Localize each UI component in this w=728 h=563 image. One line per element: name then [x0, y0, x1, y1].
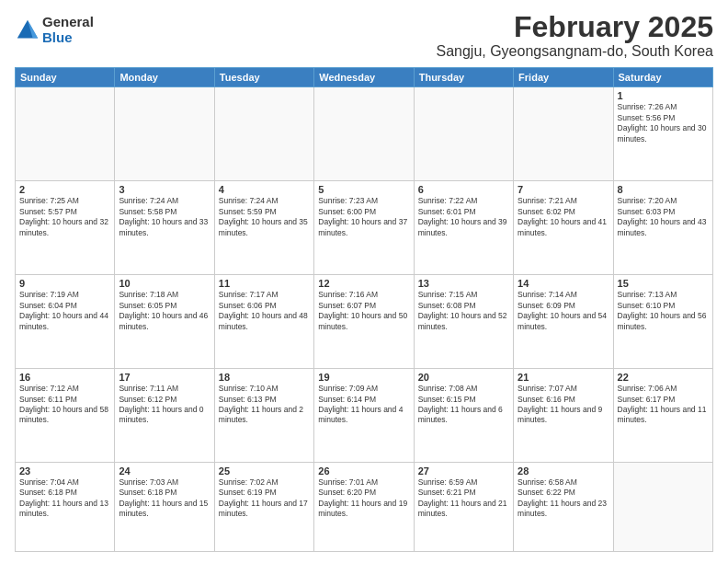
day-header-monday: Monday [115, 68, 214, 87]
day-info: Sunrise: 7:22 AM Sunset: 6:01 PM Dayligh… [418, 196, 509, 238]
day-cell [514, 87, 613, 181]
day-info: Sunrise: 7:13 AM Sunset: 6:10 PM Dayligh… [618, 290, 709, 332]
day-info: Sunrise: 6:59 AM Sunset: 6:21 PM Dayligh… [418, 477, 509, 520]
header: General Blue February 2025 Sangju, Gyeon… [15, 11, 713, 60]
day-info: Sunrise: 7:24 AM Sunset: 5:59 PM Dayligh… [219, 196, 310, 238]
day-number: 28 [518, 465, 609, 477]
day-number: 6 [418, 184, 509, 195]
calendar-header: SundayMondayTuesdayWednesdayThursdayFrid… [16, 68, 713, 87]
day-number: 8 [618, 184, 709, 195]
day-info: Sunrise: 7:26 AM Sunset: 5:56 PM Dayligh… [618, 102, 709, 144]
day-info: Sunrise: 7:16 AM Sunset: 6:07 PM Dayligh… [318, 290, 409, 332]
day-info: Sunrise: 7:09 AM Sunset: 6:14 PM Dayligh… [318, 384, 409, 426]
day-number: 27 [418, 465, 509, 477]
day-info: Sunrise: 7:17 AM Sunset: 6:06 PM Dayligh… [219, 290, 310, 332]
day-number: 24 [119, 465, 210, 477]
day-cell: 5Sunrise: 7:23 AM Sunset: 6:00 PM Daylig… [314, 181, 414, 275]
day-cell: 10Sunrise: 7:18 AM Sunset: 6:05 PM Dayli… [115, 275, 214, 369]
month-title: February 2025 [436, 11, 713, 43]
day-info: Sunrise: 7:03 AM Sunset: 6:18 PM Dayligh… [119, 477, 210, 520]
day-info: Sunrise: 7:10 AM Sunset: 6:13 PM Dayligh… [219, 384, 310, 426]
day-number: 7 [518, 184, 609, 195]
day-header-saturday: Saturday [613, 68, 712, 87]
day-cell: 17Sunrise: 7:11 AM Sunset: 6:12 PM Dayli… [115, 369, 214, 463]
day-info: Sunrise: 7:23 AM Sunset: 6:00 PM Dayligh… [318, 196, 409, 238]
day-cell [414, 87, 513, 181]
day-cell: 27Sunrise: 6:59 AM Sunset: 6:21 PM Dayli… [414, 463, 513, 552]
day-cell: 18Sunrise: 7:10 AM Sunset: 6:13 PM Dayli… [214, 369, 313, 463]
day-header-friday: Friday [514, 68, 613, 87]
day-number: 12 [318, 278, 409, 289]
day-info: Sunrise: 7:24 AM Sunset: 5:58 PM Dayligh… [119, 196, 210, 238]
day-header-sunday: Sunday [16, 68, 115, 87]
day-info: Sunrise: 6:58 AM Sunset: 6:22 PM Dayligh… [518, 477, 609, 520]
day-info: Sunrise: 7:08 AM Sunset: 6:15 PM Dayligh… [418, 384, 509, 426]
day-cell: 25Sunrise: 7:02 AM Sunset: 6:19 PM Dayli… [214, 463, 313, 552]
day-cell [314, 87, 414, 181]
day-number: 23 [19, 465, 110, 477]
day-cell: 4Sunrise: 7:24 AM Sunset: 5:59 PM Daylig… [214, 181, 313, 275]
day-info: Sunrise: 7:01 AM Sunset: 6:20 PM Dayligh… [318, 477, 409, 520]
location-title: Sangju, Gyeongsangnam-do, South Korea [436, 43, 713, 60]
day-number: 11 [219, 278, 310, 289]
day-cell [115, 87, 214, 181]
day-cell: 23Sunrise: 7:04 AM Sunset: 6:18 PM Dayli… [16, 463, 115, 552]
day-cell: 22Sunrise: 7:06 AM Sunset: 6:17 PM Dayli… [613, 369, 712, 463]
day-number: 1 [618, 90, 709, 101]
page: General Blue February 2025 Sangju, Gyeon… [0, 0, 728, 563]
day-number: 17 [119, 372, 210, 383]
logo: General Blue [15, 15, 94, 45]
day-header-tuesday: Tuesday [214, 68, 313, 87]
week-row-2: 2Sunrise: 7:25 AM Sunset: 5:57 PM Daylig… [16, 181, 713, 275]
day-cell [613, 463, 712, 552]
day-header-wednesday: Wednesday [314, 68, 414, 87]
day-number: 4 [219, 184, 310, 195]
day-cell: 20Sunrise: 7:08 AM Sunset: 6:15 PM Dayli… [414, 369, 513, 463]
day-info: Sunrise: 7:11 AM Sunset: 6:12 PM Dayligh… [119, 384, 210, 426]
logo-general: General [42, 15, 94, 30]
day-number: 22 [618, 372, 709, 383]
day-cell: 13Sunrise: 7:15 AM Sunset: 6:08 PM Dayli… [414, 275, 513, 369]
day-header-thursday: Thursday [414, 68, 513, 87]
week-row-5: 23Sunrise: 7:04 AM Sunset: 6:18 PM Dayli… [16, 463, 713, 552]
day-number: 5 [318, 184, 409, 195]
day-cell: 14Sunrise: 7:14 AM Sunset: 6:09 PM Dayli… [514, 275, 613, 369]
day-number: 21 [518, 372, 609, 383]
day-number: 20 [418, 372, 509, 383]
week-row-4: 16Sunrise: 7:12 AM Sunset: 6:11 PM Dayli… [16, 369, 713, 463]
day-cell: 26Sunrise: 7:01 AM Sunset: 6:20 PM Dayli… [314, 463, 414, 552]
logo-blue: Blue [42, 30, 94, 46]
day-cell: 6Sunrise: 7:22 AM Sunset: 6:01 PM Daylig… [414, 181, 513, 275]
day-cell: 19Sunrise: 7:09 AM Sunset: 6:14 PM Dayli… [314, 369, 414, 463]
day-cell: 8Sunrise: 7:20 AM Sunset: 6:03 PM Daylig… [613, 181, 712, 275]
day-number: 10 [119, 278, 210, 289]
day-number: 3 [119, 184, 210, 195]
day-cell: 11Sunrise: 7:17 AM Sunset: 6:06 PM Dayli… [214, 275, 313, 369]
calendar-body: 1Sunrise: 7:26 AM Sunset: 5:56 PM Daylig… [16, 87, 713, 552]
day-info: Sunrise: 7:04 AM Sunset: 6:18 PM Dayligh… [19, 477, 110, 520]
header-row: SundayMondayTuesdayWednesdayThursdayFrid… [16, 68, 713, 87]
day-info: Sunrise: 7:20 AM Sunset: 6:03 PM Dayligh… [618, 196, 709, 238]
day-cell: 9Sunrise: 7:19 AM Sunset: 6:04 PM Daylig… [16, 275, 115, 369]
day-cell: 12Sunrise: 7:16 AM Sunset: 6:07 PM Dayli… [314, 275, 414, 369]
day-number: 2 [19, 184, 110, 195]
logo-text: General Blue [42, 15, 94, 45]
day-number: 16 [19, 372, 110, 383]
day-info: Sunrise: 7:12 AM Sunset: 6:11 PM Dayligh… [19, 384, 110, 426]
day-cell: 1Sunrise: 7:26 AM Sunset: 5:56 PM Daylig… [613, 87, 712, 181]
day-number: 19 [318, 372, 409, 383]
week-row-3: 9Sunrise: 7:19 AM Sunset: 6:04 PM Daylig… [16, 275, 713, 369]
day-info: Sunrise: 7:06 AM Sunset: 6:17 PM Dayligh… [618, 384, 709, 426]
day-cell: 7Sunrise: 7:21 AM Sunset: 6:02 PM Daylig… [514, 181, 613, 275]
week-row-1: 1Sunrise: 7:26 AM Sunset: 5:56 PM Daylig… [16, 87, 713, 181]
day-number: 9 [19, 278, 110, 289]
day-info: Sunrise: 7:19 AM Sunset: 6:04 PM Dayligh… [19, 290, 110, 332]
day-info: Sunrise: 7:07 AM Sunset: 6:16 PM Dayligh… [518, 384, 609, 426]
calendar: SundayMondayTuesdayWednesdayThursdayFrid… [15, 67, 713, 552]
day-cell: 16Sunrise: 7:12 AM Sunset: 6:11 PM Dayli… [16, 369, 115, 463]
day-cell: 21Sunrise: 7:07 AM Sunset: 6:16 PM Dayli… [514, 369, 613, 463]
day-info: Sunrise: 7:15 AM Sunset: 6:08 PM Dayligh… [418, 290, 509, 332]
day-info: Sunrise: 7:18 AM Sunset: 6:05 PM Dayligh… [119, 290, 210, 332]
day-cell: 15Sunrise: 7:13 AM Sunset: 6:10 PM Dayli… [613, 275, 712, 369]
day-number: 25 [219, 465, 310, 477]
